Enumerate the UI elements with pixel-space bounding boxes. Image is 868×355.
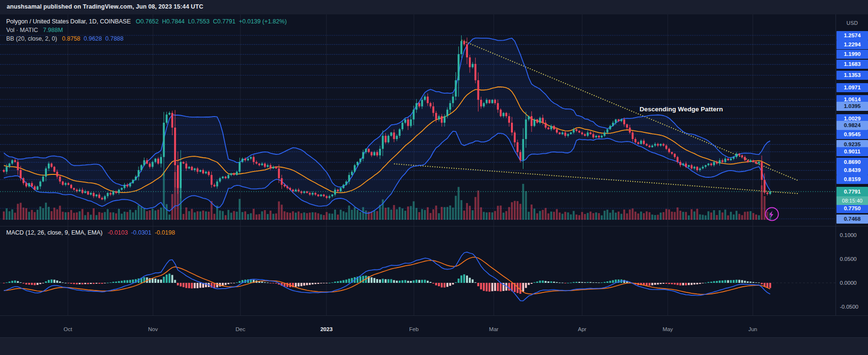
- bb-value: 0.8758: [62, 35, 80, 42]
- macd-value: -0.0103: [108, 229, 128, 236]
- time-axis-label: Feb: [403, 326, 424, 332]
- currency-label: USD: [836, 20, 868, 26]
- publish-footer: TradingView: [0, 337, 868, 355]
- bb-value: 0.7888: [105, 35, 123, 42]
- flash-icon[interactable]: [766, 208, 779, 221]
- current-price-label: 0.7791 08:15:40: [836, 187, 868, 205]
- time-axis-label: May: [657, 326, 678, 332]
- macd-indicator-label[interactable]: MACD (12, 26, close, 9, EMA, EMA): [6, 229, 102, 236]
- tradingview-published-chart: anushsamal published on TradingView.com,…: [0, 0, 868, 355]
- macd-axis-label: 0.0500: [840, 255, 868, 263]
- symbol-legend: Polygon / United States Dollar, 1D, COIN…: [6, 17, 290, 43]
- price-axis-label: 0.9545: [836, 130, 868, 139]
- ohlc-value: +0.0139 (+1.82%): [239, 18, 287, 25]
- macd-value: -0.0301: [131, 229, 151, 236]
- time-axis-label: 2023: [316, 326, 337, 332]
- price-axis-label: 0.9824: [836, 121, 868, 130]
- price-axis-label: 1.1990: [836, 50, 868, 59]
- ohlc-value: H0.7844: [162, 18, 184, 25]
- bb-value: 0.9628: [84, 35, 102, 42]
- time-axis-divider: [0, 315, 868, 316]
- price-axis-label: 1.2294: [836, 40, 868, 49]
- price-axis-label: 0.8439: [836, 166, 868, 175]
- ohlc-value: C0.7791: [213, 18, 235, 25]
- price-axis-label: 1.2574: [836, 31, 868, 40]
- price-axis-label: 1.1353: [836, 71, 868, 80]
- macd-axis-label: 0.1000: [840, 231, 868, 239]
- ohlc-value: L0.7553: [188, 18, 209, 25]
- macd-axis-label: -0.0500: [840, 303, 868, 311]
- chart-canvas[interactable]: [0, 0, 868, 355]
- price-axis-label: 1.1683: [836, 60, 868, 69]
- price-scale[interactable]: USD 1.25741.22941.19901.16831.13531.0971…: [835, 14, 868, 315]
- price-axis-label: 1.0395: [836, 102, 868, 111]
- volume-value: 7.988M: [43, 27, 63, 33]
- symbol-title[interactable]: Polygon / United States Dollar, 1D, COIN…: [6, 18, 131, 25]
- price-axis-label: 0.8690: [836, 158, 868, 167]
- current-price-value: 0.7791: [836, 187, 868, 196]
- macd-legend: MACD (12, 26, close, 9, EMA, EMA) -0.010…: [6, 229, 178, 236]
- bar-countdown: 08:15:40: [836, 196, 868, 205]
- price-axis-label: 0.7750: [836, 204, 868, 213]
- time-axis-label: Nov: [142, 326, 163, 332]
- ohlc-value: O0.7652: [136, 18, 159, 25]
- macd-axis-label: 0.0000: [840, 279, 868, 287]
- time-axis-label: Dec: [230, 326, 251, 332]
- time-scale[interactable]: OctNovDec2023FebMarAprMayJun: [0, 316, 835, 337]
- price-axis-label: 1.0971: [836, 83, 868, 92]
- wedge-annotation[interactable]: Descending Wedge Pattern: [640, 106, 723, 113]
- time-axis-label: Jun: [742, 326, 763, 332]
- volume-label[interactable]: Vol · MATIC: [6, 27, 38, 33]
- time-axis-label: Mar: [483, 326, 504, 332]
- price-axis-label: 0.7468: [836, 215, 868, 224]
- time-axis-label: Oct: [57, 326, 78, 332]
- bb-indicator-label[interactable]: BB (20, close, 2, 0): [6, 35, 57, 42]
- pane-divider[interactable]: [0, 226, 868, 226]
- price-axis-label: 0.8159: [836, 175, 868, 184]
- time-axis-label: Apr: [572, 326, 593, 332]
- macd-value: -0.0198: [155, 229, 175, 236]
- price-axis-label: 0.9011: [836, 147, 868, 156]
